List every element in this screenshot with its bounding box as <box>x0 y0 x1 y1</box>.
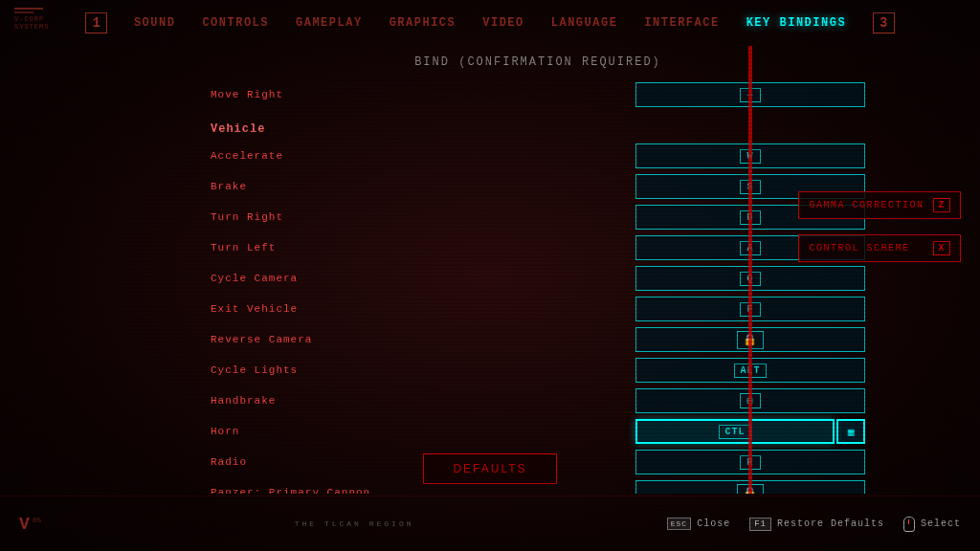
binding-label-cycle-lights: Cycle Lights <box>211 364 383 376</box>
binding-label-accelerate: Accelerate <box>211 150 383 162</box>
binding-label-brake: Brake <box>211 181 383 192</box>
binding-label-exit-vehicle: Exit Vehicle <box>211 303 383 315</box>
binding-cycle-lights: Cycle Lights ALT <box>211 356 865 385</box>
bindings-list: Move Right → Vehicle Accelerate W Brake … <box>211 80 865 494</box>
binding-move-right: Move Right → <box>211 80 865 109</box>
binding-reverse-camera: Reverse Camera 🔒 <box>211 325 865 354</box>
control-scheme-label: CONTROL SCHEME <box>809 243 909 253</box>
section-vehicle: Vehicle <box>211 111 865 140</box>
select-action: Select <box>903 517 961 532</box>
binding-label-horn: Horn <box>211 426 383 437</box>
horn-extra-key: ▦ <box>836 419 865 444</box>
mouse-icon <box>903 517 915 532</box>
control-scheme-button[interactable]: CONTROL SCHEME X <box>798 234 961 262</box>
control-scheme-key: X <box>933 241 950 255</box>
binding-exit-vehicle: Exit Vehicle F <box>211 295 865 323</box>
bottom-logo-block: V 85 <box>19 516 41 533</box>
section-vehicle-label: Vehicle <box>211 122 383 136</box>
nav-item-graphics[interactable]: GRAPHICS <box>390 16 457 30</box>
side-buttons: GAMMA CORRECTION Z CONTROL SCHEME X <box>798 191 961 262</box>
gamma-correction-key: Z <box>933 198 950 212</box>
top-nav: 1 SOUND CONTROLS GAMEPLAY GRAPHICS VIDEO… <box>0 0 980 46</box>
restore-defaults-action: F1 Restore Defaults <box>749 518 884 531</box>
binding-horn: Horn CTL ▦ <box>211 417 865 446</box>
select-label: Select <box>921 518 961 529</box>
bottom-bar: V 85 THE TLCAN REGION ESC Close F1 Resto… <box>0 496 980 551</box>
binding-label-handbrake: Handbrake <box>211 395 383 407</box>
nav-bracket-left: 1 <box>85 12 106 33</box>
binding-accelerate: Accelerate W <box>211 142 865 170</box>
nav-item-interface[interactable]: INTERFACE <box>644 16 719 30</box>
binding-handbrake: Handbrake ⊟ <box>211 386 865 415</box>
nav-item-controls[interactable]: CONTROLS <box>202 16 269 30</box>
defaults-button[interactable]: DEFAULTS <box>423 453 556 484</box>
key-box-horn[interactable]: CTL <box>635 419 835 444</box>
nav-item-video[interactable]: VIDEO <box>482 16 524 30</box>
bottom-right: ESC Close F1 Restore Defaults Select <box>667 517 961 532</box>
close-key: ESC <box>667 518 691 530</box>
defaults-area: DEFAULTS <box>0 453 980 484</box>
gamma-correction-button[interactable]: GAMMA CORRECTION Z <box>798 191 961 219</box>
binding-label-panzer-cannon: Panzer: Primary Cannon <box>211 487 383 494</box>
binding-label-reverse-camera: Reverse Camera <box>211 334 383 345</box>
binding-label-turn-left: Turn Left <box>211 242 383 253</box>
binding-label-turn-right: Turn Right <box>211 211 383 223</box>
nav-item-gameplay[interactable]: GAMEPLAY <box>296 16 363 30</box>
red-vertical-bar <box>748 46 752 494</box>
bottom-subtitle: THE TLCAN REGION <box>295 519 414 528</box>
restore-defaults-label: Restore Defaults <box>777 518 884 529</box>
close-label: Close <box>697 518 730 529</box>
nav-item-keybindings[interactable]: KEY BINDINGS <box>746 16 846 30</box>
bottom-logo-num: 85 <box>33 516 42 524</box>
nav-item-sound[interactable]: SOUND <box>134 16 176 30</box>
binding-label-move-right: Move Right <box>211 89 383 100</box>
nav-bracket-right: 3 <box>873 12 894 33</box>
binding-cycle-camera: Cycle Camera Q <box>211 264 865 293</box>
binding-brake: Brake S <box>211 172 865 201</box>
gamma-correction-label: GAMMA CORRECTION <box>809 200 924 210</box>
nav-item-language[interactable]: LANGUAGE <box>551 16 618 30</box>
close-action: ESC Close <box>667 518 730 530</box>
key-badge-horn: CTL <box>719 425 750 439</box>
bottom-logo-v: V <box>19 516 30 533</box>
binding-label-cycle-camera: Cycle Camera <box>211 273 383 284</box>
bindings-panel: Move Right → Vehicle Accelerate W Brake … <box>211 46 865 494</box>
binding-turn-left: Turn Left A <box>211 233 865 262</box>
binding-turn-right: Turn Right D <box>211 203 865 231</box>
restore-defaults-key: F1 <box>749 518 771 531</box>
bottom-left: V 85 <box>19 516 41 533</box>
